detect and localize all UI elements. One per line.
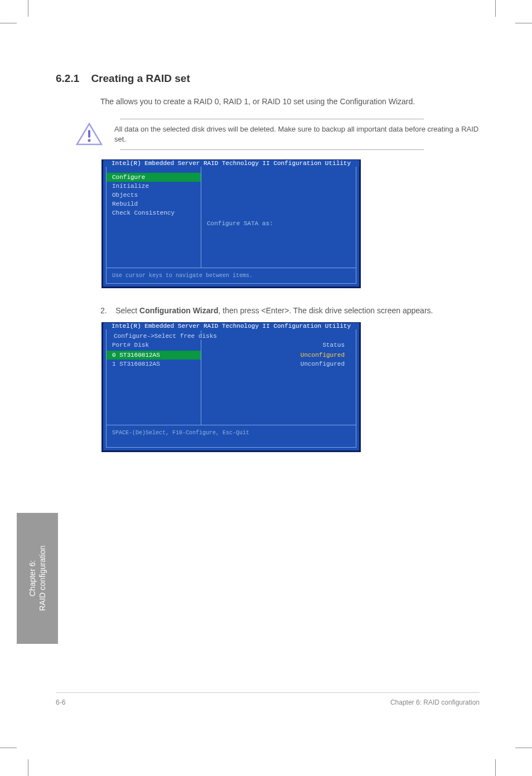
svg-point-1 <box>88 139 91 142</box>
crop-mark <box>0 748 17 748</box>
bios-title: Intel(R) Embedded Server RAID Technology… <box>103 323 359 329</box>
bios-menu-item: Initialize <box>107 182 201 191</box>
bios-sata-label: Configure SATA as: <box>207 220 273 227</box>
bios-menu-item: Check Consistency <box>107 208 201 217</box>
bios-right-pane: Configure SATA as: <box>201 164 356 268</box>
caution-icon <box>75 122 103 147</box>
step-bold: Configuration Wizard <box>139 306 218 315</box>
intro-text: The allows you to create a RAID 0, RAID … <box>100 96 480 108</box>
bios-footer: SPACE-(De)Select, F10-Configure, Esc-Qui… <box>107 425 356 447</box>
disk-id: 0 ST3160812AS <box>107 351 201 360</box>
crop-mark <box>28 0 28 17</box>
caution-text: All data on the selected disk drives wil… <box>114 124 480 144</box>
side-tab: Chapter 6: RAID configuration <box>17 513 58 644</box>
bios-disk-list: Port# Disk 0 ST3160812AS 1 ST3160812AS <box>107 331 201 425</box>
caution-box: All data on the selected disk drives wil… <box>75 122 480 147</box>
divider <box>120 119 424 119</box>
svg-rect-0 <box>88 130 90 138</box>
disk-status-value: Unconfigured <box>301 361 345 367</box>
bios-subtitle: Configure->Select free disks <box>112 333 219 340</box>
bios-menu-item: Objects <box>107 191 201 200</box>
section-heading: 6.2.1 Creating a RAID set <box>56 72 480 85</box>
disk-status-header: Status <box>207 342 350 348</box>
chapter-label: Chapter 6: RAID configuration <box>390 699 480 706</box>
disk-row: 1 ST3160812AS <box>107 360 201 368</box>
bios-footer-text: Use cursor keys to navigate between item… <box>112 273 350 279</box>
bios-footer-text: SPACE-(De)Select, F10-Configure, Esc-Qui… <box>112 430 350 436</box>
disk-status: Unconfigured <box>207 351 350 360</box>
divider <box>120 149 424 150</box>
disk-list-header: Port# Disk <box>107 342 201 351</box>
side-tab-text: Chapter 6: RAID configuration <box>27 546 47 612</box>
page-number: 6-6 <box>56 699 65 706</box>
disk-status-value: Unconfigured <box>301 352 345 358</box>
step-prefix: Select <box>115 306 139 315</box>
disk-row: 0 ST3160812AS <box>107 351 201 360</box>
bios-menu: Configure Initialize Objects Rebuild Che… <box>107 164 201 268</box>
bios-menu-item: Rebuild <box>107 200 201 208</box>
section-title: Creating a RAID set <box>91 72 190 84</box>
bios-footer: Use cursor keys to navigate between item… <box>107 268 356 283</box>
crop-mark <box>0 23 17 23</box>
step-suffix: , then press <Enter>. The disk drive sel… <box>218 306 433 315</box>
disk-id: 1 ST3160812AS <box>107 360 201 368</box>
crop-mark <box>28 759 28 776</box>
step-number: 2. <box>100 306 107 315</box>
bios-screenshot-1: Intel(R) Embedded Server RAID Technology… <box>101 159 361 288</box>
disk-status: Unconfigured <box>207 360 350 368</box>
crop-mark <box>495 759 496 776</box>
crop-mark <box>515 748 532 748</box>
crop-mark <box>495 0 496 17</box>
bios-status-pane: Status Unconfigured Unconfigured <box>201 331 356 425</box>
bios-menu-item-configure: Configure <box>107 173 201 182</box>
bios-title: Intel(R) Embedded Server RAID Technology… <box>103 160 359 167</box>
step-2: 2. Select Configuration Wizard, then pre… <box>100 305 480 317</box>
crop-mark <box>515 23 532 23</box>
page-footer: 6-6 Chapter 6: RAID configuration <box>56 692 480 706</box>
bios-screenshot-2: Intel(R) Embedded Server RAID Technology… <box>101 322 361 452</box>
section-number: 6.2.1 <box>56 72 79 84</box>
